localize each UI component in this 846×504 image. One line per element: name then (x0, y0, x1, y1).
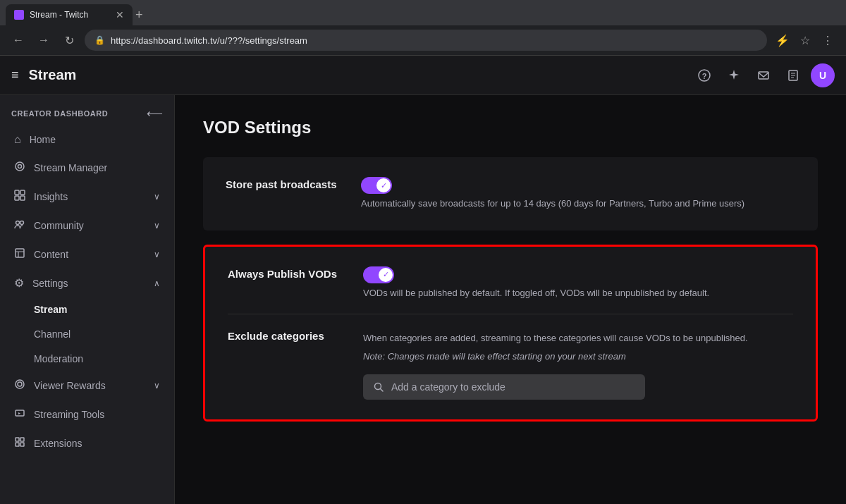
svg-rect-6 (15, 190, 19, 195)
sidebar-sub-item-label: Moderation (34, 353, 83, 364)
always-publish-desc: VODs will be published by default. If to… (363, 286, 793, 300)
svg-rect-7 (20, 190, 25, 195)
sidebar-item-label: Stream Manager (34, 162, 160, 173)
sidebar-item-extensions[interactable]: Extensions (3, 429, 171, 457)
always-publish-value: ✓ VODs will be published by default. If … (363, 266, 793, 300)
chevron-icon: ∨ (154, 381, 160, 391)
address-bar[interactable]: 🔒 (85, 30, 767, 51)
streaming-tools-icon (14, 407, 25, 422)
notifications-button[interactable] (752, 63, 776, 87)
insights-icon (14, 190, 25, 204)
avatar[interactable]: U (811, 63, 835, 87)
tab-close-button[interactable]: ✕ (116, 9, 124, 20)
active-tab[interactable]: Stream - Twitch ✕ (6, 4, 133, 25)
exclude-categories-desc: When categories are added, streaming to … (363, 331, 793, 345)
sidebar-item-insights[interactable]: Insights ∨ (3, 183, 171, 211)
sidebar-item-label: Insights (34, 191, 145, 202)
app: ≡ Stream ? (0, 56, 846, 504)
sidebar-item-stream-manager[interactable]: Stream Manager (3, 154, 171, 182)
sidebar-sub-item-moderation[interactable]: Moderation (3, 347, 171, 371)
sidebar-item-community[interactable]: Community ∨ (3, 211, 171, 240)
exclude-categories-value: When categories are added, streaming to … (363, 328, 793, 400)
sidebar-sub-item-label: Stream (34, 304, 67, 315)
chevron-icon: ∨ (154, 250, 160, 259)
sidebar-header-label: CREATOR DASHBOARD (11, 109, 108, 118)
svg-rect-2 (759, 72, 768, 79)
nav-extras: ⚡ ☆ ⋮ (773, 30, 838, 50)
vod-publish-card: Always Publish VODs ✓ VODs will be publi… (203, 245, 818, 422)
svg-point-11 (20, 221, 24, 225)
sidebar-item-label: Home (30, 134, 160, 145)
store-broadcasts-card: Store past broadcasts ✓ Automatically sa… (203, 157, 818, 231)
svg-rect-8 (15, 196, 19, 200)
refresh-button[interactable]: ↻ (59, 30, 79, 50)
sidebar-item-label: Extensions (34, 438, 160, 449)
viewer-rewards-icon (14, 379, 25, 393)
svg-point-14 (18, 382, 22, 386)
category-search-wrap[interactable] (363, 374, 645, 400)
lock-icon: 🔒 (94, 35, 105, 45)
url-input[interactable] (111, 35, 757, 46)
svg-rect-16 (16, 438, 19, 441)
browser-nav: ← → ↻ 🔒 ⚡ ☆ ⋮ (0, 25, 846, 55)
always-publish-row: Always Publish VODs ✓ VODs will be publi… (228, 266, 793, 300)
settings-icon: ⚙ (14, 276, 24, 290)
sidebar-item-content[interactable]: Content ∨ (3, 240, 171, 269)
menu-button[interactable]: ⋮ (818, 30, 838, 50)
store-broadcasts-value: ✓ Automatically save broadcasts for up t… (361, 177, 795, 211)
page-title: VOD Settings (203, 118, 818, 137)
bookmark-list-icon (787, 69, 799, 82)
store-broadcasts-row: Store past broadcasts ✓ Automatically sa… (226, 177, 795, 211)
sidebar-header: CREATOR DASHBOARD ⟵ (0, 95, 174, 125)
extensions-button[interactable]: ⚡ (773, 30, 792, 50)
category-search-input[interactable] (391, 381, 635, 393)
sidebar-item-label: Community (34, 220, 145, 231)
svg-rect-12 (16, 249, 24, 257)
svg-rect-18 (16, 443, 19, 446)
store-broadcasts-desc: Automatically save broadcasts for up to … (361, 197, 795, 211)
sidebar: CREATOR DASHBOARD ⟵ ⌂ Home Stream Manage… (0, 95, 175, 504)
svg-point-10 (16, 221, 20, 225)
bookmark-list-button[interactable] (781, 63, 805, 87)
svg-text:?: ? (702, 71, 707, 80)
store-broadcasts-label: Store past broadcasts (226, 177, 338, 190)
toggle-knob: ✓ (379, 268, 393, 282)
chevron-up-icon: ∧ (154, 278, 160, 288)
tab-title: Stream - Twitch (30, 10, 88, 20)
toggle-knob: ✓ (376, 178, 391, 192)
top-bar: ≡ Stream ? (0, 56, 846, 95)
sidebar-item-settings[interactable]: ⚙ Settings ∧ (3, 269, 171, 297)
hamburger-button[interactable]: ≡ (11, 68, 19, 82)
notifications-icon (757, 69, 770, 82)
sidebar-sub-item-stream[interactable]: Stream (3, 297, 171, 321)
sidebar-item-label: Viewer Rewards (34, 380, 145, 391)
svg-point-5 (18, 165, 22, 168)
always-publish-label: Always Publish VODs (228, 266, 341, 280)
sidebar-collapse-button[interactable]: ⟵ (147, 106, 163, 120)
stream-manager-icon (14, 161, 25, 175)
store-broadcasts-toggle[interactable]: ✓ (361, 177, 392, 194)
chevron-icon: ∨ (154, 221, 160, 231)
sidebar-item-streaming-tools[interactable]: Streaming Tools (3, 400, 171, 429)
chevron-icon: ∨ (154, 192, 160, 202)
sidebar-item-home[interactable]: ⌂ Home (3, 126, 171, 153)
bookmark-button[interactable]: ☆ (795, 30, 815, 50)
top-bar-title: Stream (29, 67, 692, 83)
help-button[interactable]: ? (692, 63, 716, 87)
back-button[interactable]: ← (8, 30, 28, 50)
settings-divider (228, 314, 793, 314)
sidebar-sub-item-channel[interactable]: Channel (3, 322, 171, 346)
tab-bar: Stream - Twitch ✕ + (0, 0, 846, 25)
svg-point-4 (16, 162, 24, 171)
new-tab-button[interactable]: + (135, 8, 143, 23)
magic-icon (728, 69, 740, 82)
sidebar-item-viewer-rewards[interactable]: Viewer Rewards ∨ (3, 371, 171, 400)
sidebar-item-label: Content (34, 249, 145, 260)
always-publish-toggle[interactable]: ✓ (363, 266, 394, 283)
svg-rect-19 (20, 443, 24, 446)
svg-rect-17 (20, 438, 24, 441)
sidebar-item-label: Streaming Tools (34, 409, 160, 420)
magic-button[interactable] (722, 63, 746, 87)
extensions-icon (14, 436, 25, 450)
forward-button[interactable]: → (34, 30, 54, 50)
